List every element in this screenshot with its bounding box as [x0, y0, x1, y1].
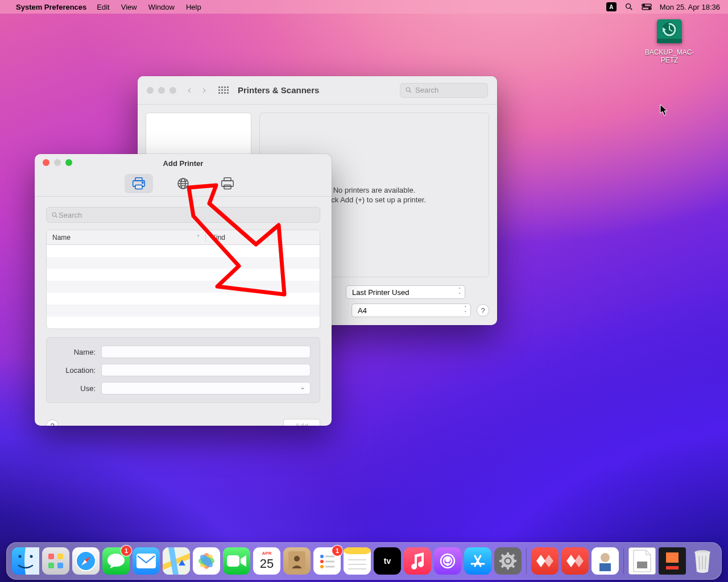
add-button[interactable]: Add: [283, 419, 320, 426]
dock-messages[interactable]: 1: [102, 547, 130, 575]
dock-system-preferences[interactable]: [494, 547, 522, 575]
svg-point-5: [648, 8, 650, 9]
dock-finder[interactable]: [12, 547, 39, 575]
svg-rect-29: [48, 554, 54, 559]
paper-size-select[interactable]: A4 ˄˅: [351, 304, 471, 317]
svg-point-48: [320, 565, 324, 568]
table-rows: [47, 245, 320, 329]
location-label: Location:: [56, 366, 96, 375]
use-select[interactable]: [101, 382, 311, 394]
dock-podcasts[interactable]: [434, 547, 461, 575]
dock-safari[interactable]: [72, 547, 100, 575]
printer-results-table[interactable]: Name ˄ Kind: [46, 230, 320, 329]
svg-line-81: [699, 556, 700, 569]
dock: 1 APR 25 1 tv: [6, 542, 722, 580]
add-printer-tabs: [35, 171, 332, 197]
input-source-indicator[interactable]: A: [606, 2, 617, 11]
svg-point-47: [320, 560, 324, 563]
column-kind[interactable]: Kind: [206, 234, 268, 242]
column-name[interactable]: Name ˄: [47, 234, 206, 242]
clock[interactable]: Mon 25. Apr 18:36: [660, 3, 720, 11]
window-title: Add Printer: [35, 159, 332, 168]
svg-point-64: [506, 559, 510, 563]
svg-rect-75: [599, 563, 611, 571]
dock-facetime[interactable]: [223, 547, 250, 575]
svg-point-17: [142, 182, 143, 183]
dock-mail[interactable]: [133, 547, 160, 575]
svg-line-71: [502, 565, 504, 567]
svg-point-45: [294, 556, 300, 562]
titlebar: ‹ › Printers & Scanners Search: [138, 76, 497, 105]
help-button[interactable]: ?: [477, 304, 489, 317]
svg-rect-37: [136, 554, 156, 568]
svg-rect-76: [637, 562, 647, 568]
dock-contacts[interactable]: [283, 547, 311, 575]
add-printer-window: Add Printer: [35, 154, 332, 426]
default-printer-select[interactable]: Last Printer Used ˄˅: [346, 285, 465, 299]
name-field[interactable]: [101, 346, 311, 358]
svg-rect-22: [222, 181, 234, 186]
menu-view[interactable]: View: [121, 3, 137, 11]
printer-icon: [131, 177, 146, 190]
dock-calendar[interactable]: APR 25: [253, 547, 280, 575]
svg-line-72: [512, 555, 514, 557]
dock-reminders[interactable]: 1: [313, 547, 341, 575]
svg-line-69: [502, 555, 504, 557]
svg-point-28: [30, 555, 33, 558]
calendar-day: 25: [253, 556, 280, 571]
control-center-icon[interactable]: [642, 3, 652, 11]
tab-windows[interactable]: [213, 174, 242, 193]
svg-point-74: [601, 553, 610, 562]
menu-window[interactable]: Window: [148, 3, 175, 11]
dock-launchpad[interactable]: [42, 547, 69, 575]
mouse-cursor: [660, 104, 669, 117]
forward-button[interactable]: ›: [202, 84, 206, 96]
dock-notes[interactable]: [344, 547, 371, 575]
close-button[interactable]: [147, 87, 154, 94]
svg-point-46: [320, 555, 324, 558]
minimize-button[interactable]: [158, 87, 165, 94]
dock-anydesk-2[interactable]: [561, 547, 589, 575]
svg-line-70: [512, 565, 514, 567]
zoom-button[interactable]: [169, 87, 176, 94]
spotlight-icon[interactable]: [624, 2, 634, 11]
tab-default[interactable]: [125, 174, 153, 193]
dock-document-2[interactable]: [659, 547, 686, 575]
desktop-drive-label: BACKUP_MAC-PETZ: [644, 48, 695, 64]
location-field[interactable]: [101, 364, 311, 376]
show-all-button[interactable]: [218, 86, 229, 94]
svg-rect-79: [666, 566, 679, 569]
dock-app-person[interactable]: [592, 547, 619, 575]
dock-separator: [623, 548, 624, 574]
dock-maps[interactable]: [163, 547, 190, 575]
tab-ip[interactable]: [169, 174, 197, 193]
printer-outline-icon: [220, 177, 235, 190]
svg-rect-53: [344, 547, 371, 554]
dock-tv[interactable]: tv: [374, 547, 401, 575]
globe-icon: [176, 177, 190, 190]
help-button[interactable]: ?: [46, 419, 59, 426]
app-menu[interactable]: System Preferences: [16, 3, 86, 11]
calendar-month: APR: [253, 551, 280, 556]
svg-rect-43: [227, 555, 239, 567]
dock-separator: [526, 548, 527, 574]
back-button[interactable]: ‹: [188, 84, 191, 96]
svg-rect-78: [666, 552, 679, 563]
dock-photos[interactable]: [193, 547, 220, 575]
svg-point-59: [446, 558, 449, 562]
svg-line-13: [410, 91, 411, 93]
menu-help[interactable]: Help: [186, 3, 201, 11]
menu-bar: System Preferences Edit View Window Help…: [0, 0, 728, 14]
dock-music[interactable]: [404, 547, 431, 575]
add-printer-search[interactable]: Search: [46, 207, 320, 223]
dock-anydesk-1[interactable]: [531, 547, 559, 575]
dock-trash[interactable]: [689, 547, 716, 575]
dock-app-store[interactable]: [464, 547, 491, 575]
dock-document-1[interactable]: [628, 547, 656, 575]
preferences-search[interactable]: Search: [400, 83, 488, 98]
svg-rect-23: [224, 185, 231, 189]
menu-edit[interactable]: Edit: [97, 3, 109, 11]
svg-rect-7: [657, 39, 682, 43]
svg-line-1: [630, 8, 632, 10]
desktop-drive-backup[interactable]: BACKUP_MAC-PETZ: [644, 17, 695, 64]
